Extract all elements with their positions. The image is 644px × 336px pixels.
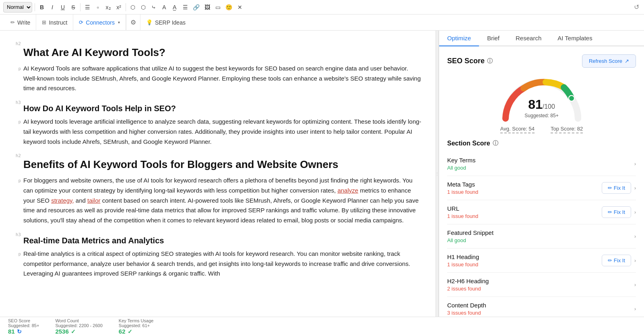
indent-btn[interactable]: ⤷ <box>149 2 158 12</box>
resize-handle[interactable]: ⋮ <box>436 31 439 317</box>
block-row: h3 How Do AI Keyword Tools Help in SEO? <box>12 97 423 117</box>
avg-score: Avg. Score: 54 <box>500 126 535 133</box>
emoji-btn[interactable]: 🙂 <box>224 2 234 12</box>
info-icon[interactable]: ⓘ <box>487 58 493 65</box>
strikethrough-btn[interactable]: S <box>69 2 78 12</box>
divider-2 <box>80 3 80 11</box>
section-score-header: Section Score ⓘ <box>447 140 636 147</box>
block-label-p-1: p <box>12 64 23 71</box>
link-btn[interactable]: 🔗 <box>191 2 201 12</box>
tab-brief[interactable]: Brief <box>479 31 508 46</box>
para-realtime[interactable]: Real-time analytics is a critical aspect… <box>23 249 423 279</box>
score-item-name-1: Meta Tags <box>447 181 602 188</box>
block-row: p AI Keyword Tools are software applicat… <box>12 64 423 97</box>
undo-btn[interactable]: ↺ <box>632 2 641 12</box>
score-item: H2-H6 Heading2 issues found› <box>447 273 636 297</box>
unordered-list-btn[interactable]: ▫ <box>93 2 102 12</box>
panel-content: SEO Score ⓘ Refresh Score ↗ <box>439 46 644 317</box>
link-tailor[interactable]: tailor <box>87 197 101 204</box>
avg-score-label: Avg. Score: 54 <box>500 126 535 133</box>
key-terms-suggested: Suggested: 61+ <box>119 323 150 328</box>
link-analyze[interactable]: analyze <box>337 187 358 194</box>
score-item-status-0: All good <box>447 165 634 171</box>
score-item: Meta Tags1 issue found✏Fix It› <box>447 176 636 200</box>
block-row: p Real-time analytics is a critical aspe… <box>12 249 423 283</box>
tab-ai-templates[interactable]: AI Templates <box>549 31 600 46</box>
score-item-name-2: URL <box>447 205 602 212</box>
chevron-down-icon-3[interactable]: › <box>634 234 636 239</box>
format-select[interactable]: Normal <box>3 2 32 12</box>
toolbar-second: ✏ Write ⊞ Instruct ⟳ Connectors ▾ ⚙ 💡 SE… <box>0 15 644 31</box>
chevron-down-icon-4[interactable]: › <box>634 258 636 263</box>
seo-refresh-icon[interactable]: ↻ <box>17 328 22 335</box>
gear-btn[interactable]: ⚙ <box>126 15 140 31</box>
key-terms-value: 62 ✓ <box>119 328 132 335</box>
subscript-btn[interactable]: x₂ <box>104 2 113 12</box>
para-benefits[interactable]: For bloggers and website owners, the use… <box>23 176 423 226</box>
chevron-down-icon-0[interactable]: › <box>634 161 636 167</box>
tab-optimize[interactable]: Optimize <box>439 31 479 46</box>
heading-how-do[interactable]: How Do AI Keyword Tools Help in SEO? <box>23 103 423 114</box>
block-label-h3-1: h3 <box>12 98 23 105</box>
seo-score-suggested: Suggested: 85+ <box>8 323 39 328</box>
tab-research[interactable]: Research <box>508 31 549 46</box>
link-strategy[interactable]: strategy, <box>51 197 74 204</box>
heading-realtime[interactable]: Real-time Data Metrics and Analytics <box>23 235 423 246</box>
score-item: H1 Heading1 issue found✏Fix It› <box>447 249 636 273</box>
image-btn[interactable]: 🖼 <box>203 2 212 12</box>
write-tab[interactable]: ✏ Write <box>5 15 36 31</box>
write-label: Write <box>17 19 30 26</box>
highlight-btn[interactable]: A̲ <box>170 2 179 12</box>
para-what-are[interactable]: AI Keyword Tools are software applicatio… <box>23 64 423 93</box>
block-label-p-4: p <box>12 250 23 257</box>
ordered-list-btn[interactable]: ☰ <box>83 2 92 12</box>
chevron-down-icon-5[interactable]: › <box>634 282 636 288</box>
fix-it-label-2: Fix It <box>614 209 625 215</box>
editor-area[interactable]: h2 What Are AI Keyword Tools? p AI Keywo… <box>0 31 436 317</box>
score-item: URL1 issue found✏Fix It› <box>447 200 636 224</box>
serp-ideas-tab[interactable]: 💡 SERP Ideas <box>140 15 191 31</box>
fix-it-button-1[interactable]: ✏Fix It <box>602 182 631 194</box>
connectors-tab[interactable]: ⟳ Connectors ▾ <box>73 15 126 31</box>
align-left-btn[interactable]: ⬡ <box>128 2 137 12</box>
heading-benefits[interactable]: Benefits of AI Keyword Tools for Blogger… <box>23 158 423 172</box>
block-label-h2-2: h2 <box>12 151 23 158</box>
fix-it-button-2[interactable]: ✏Fix It <box>602 206 631 218</box>
fix-it-label-4: Fix It <box>614 257 625 263</box>
key-terms-stat: Key Terms Usage Suggested: 61+ 62 ✓ <box>119 318 154 335</box>
divider-3 <box>126 3 126 11</box>
align-right-btn[interactable]: ⬡ <box>139 2 148 12</box>
chevron-down-icon-2[interactable]: › <box>634 209 636 215</box>
seo-score-stat-label: SEO Score <box>8 318 30 323</box>
fix-it-button-4[interactable]: ✏Fix It <box>602 255 631 266</box>
italic-btn[interactable]: I <box>48 2 57 12</box>
block-label-p-3: p <box>12 176 23 183</box>
refresh-icon: ↗ <box>625 58 629 64</box>
score-item-status-2: 1 issue found <box>447 213 602 219</box>
section-info-icon[interactable]: ⓘ <box>493 140 498 147</box>
instruct-tab[interactable]: ⊞ Instruct <box>36 15 73 31</box>
seo-score-header: SEO Score ⓘ Refresh Score ↗ <box>447 54 636 68</box>
gauge-big-num: 81 <box>528 97 543 112</box>
word-count-stat: Word Count Suggested: 2200 - 2600 2536 ✓ <box>55 318 102 335</box>
score-item-name-0: Key Terms <box>447 157 634 164</box>
font-color-btn[interactable]: A <box>160 2 169 12</box>
bold-btn[interactable]: B <box>37 2 46 12</box>
clear-format-btn[interactable]: ✕ <box>235 2 244 12</box>
score-item-status-5: 2 issues found <box>447 286 634 292</box>
superscript-btn[interactable]: x² <box>114 2 123 12</box>
chevron-down-icon-1[interactable]: › <box>634 185 636 191</box>
align-center-btn[interactable]: ☰ <box>181 2 190 12</box>
para-how-do[interactable]: AI keyword tools leverage artificial int… <box>23 117 423 147</box>
underline-btn[interactable]: U <box>58 2 67 12</box>
heading-what-are[interactable]: What Are AI Keyword Tools? <box>23 46 423 60</box>
fix-it-icon-4: ✏ <box>608 257 612 263</box>
block-row: h2 Benefits of AI Keyword Tools for Blog… <box>12 151 423 176</box>
media-btn[interactable]: ▭ <box>213 2 222 12</box>
fix-it-icon-2: ✏ <box>608 209 612 215</box>
chevron-down-icon-6[interactable]: › <box>634 306 636 312</box>
word-count-suggested: Suggested: 2200 - 2600 <box>55 323 102 328</box>
refresh-score-button[interactable]: Refresh Score ↗ <box>582 54 636 68</box>
seo-score-stat: SEO Score Suggested: 85+ 81 ↻ <box>8 318 39 335</box>
key-terms-check-icon: ✓ <box>128 328 132 335</box>
